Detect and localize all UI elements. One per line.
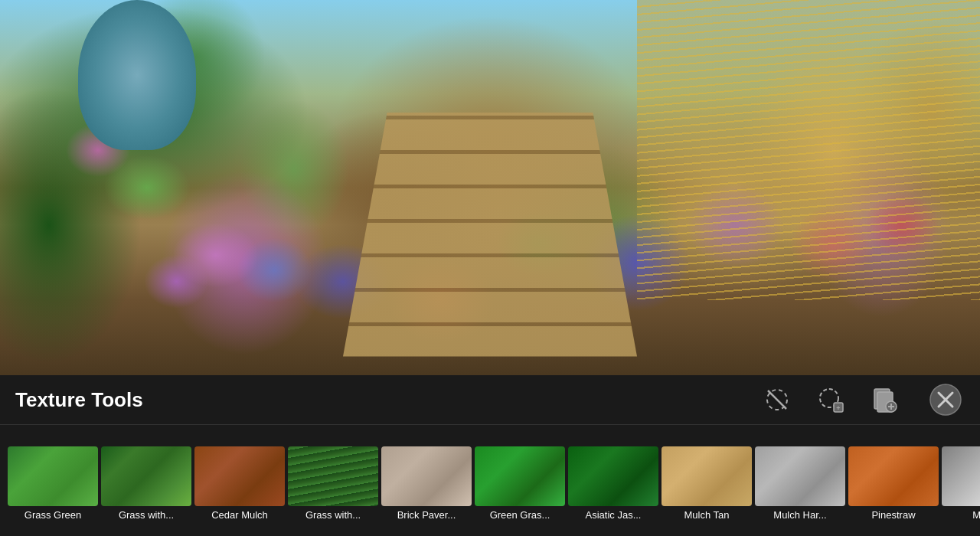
texture-item-multi-c[interactable]: Multi c <box>942 446 980 521</box>
region-select-button[interactable]: + <box>812 381 850 419</box>
texture-label-pinestraw: Pinestraw <box>848 509 939 521</box>
close-button[interactable] <box>926 381 965 419</box>
texture-item-mulch-har[interactable]: Mulch Har... <box>755 446 845 521</box>
texture-label-multi-c: Multi c <box>942 509 980 521</box>
texture-label-cedar-mulch: Cedar Mulch <box>194 509 285 521</box>
texture-thumb-mulch-har <box>755 446 845 506</box>
texture-thumb-grass-green <box>8 446 98 506</box>
texture-item-green-grass[interactable]: Green Gras... <box>475 446 565 521</box>
texture-thumb-grass-with-2 <box>288 446 378 506</box>
texture-grid: Grass GreenGrass with...Cedar MulchGrass… <box>0 425 980 536</box>
texture-item-mulch-tan[interactable]: Mulch Tan <box>662 446 752 521</box>
texture-label-grass-with-1: Grass with... <box>101 509 191 521</box>
add-texture-icon <box>871 386 898 413</box>
texture-item-asiatic-jas[interactable]: Asiatic Jas... <box>568 446 658 521</box>
svg-line-1 <box>768 391 786 409</box>
texture-label-mulch-har: Mulch Har... <box>755 509 845 521</box>
toolbar-icons: + <box>758 381 903 419</box>
add-texture-button[interactable] <box>865 381 903 419</box>
close-icon <box>929 383 962 417</box>
texture-label-green-grass: Green Gras... <box>475 509 565 521</box>
texture-thumb-brick-paver <box>381 446 472 506</box>
texture-toolbar: Texture Tools + <box>0 375 980 536</box>
texture-label-mulch-tan: Mulch Tan <box>662 509 752 521</box>
texture-label-grass-with-2: Grass with... <box>288 509 378 521</box>
lasso-off-icon <box>763 386 791 413</box>
toolbar-header: Texture Tools + <box>0 375 980 425</box>
texture-item-grass-green[interactable]: Grass Green <box>8 446 98 521</box>
garden-background <box>0 0 980 375</box>
texture-item-cedar-mulch[interactable]: Cedar Mulch <box>194 446 285 521</box>
texture-label-asiatic-jas: Asiatic Jas... <box>568 509 658 521</box>
texture-thumb-mulch-tan <box>662 446 752 506</box>
texture-label-grass-green: Grass Green <box>8 509 98 521</box>
texture-thumb-grass-with-1 <box>101 446 191 506</box>
texture-thumb-green-grass <box>475 446 565 506</box>
texture-label-brick-paver: Brick Paver... <box>381 509 472 521</box>
texture-item-pinestraw[interactable]: Pinestraw <box>848 446 939 521</box>
texture-item-grass-with-1[interactable]: Grass with... <box>101 446 191 521</box>
texture-thumb-multi-c <box>942 446 980 506</box>
texture-thumb-pinestraw <box>848 446 939 506</box>
texture-thumb-asiatic-jas <box>568 446 658 506</box>
toolbar-title: Texture Tools <box>15 388 143 412</box>
region-select-icon: + <box>817 386 844 413</box>
svg-text:+: + <box>836 404 840 412</box>
lasso-off-button[interactable] <box>758 381 796 419</box>
texture-thumb-cedar-mulch <box>194 446 285 506</box>
texture-item-grass-with-2[interactable]: Grass with... <box>288 446 378 521</box>
main-view: Texture Tools + <box>0 0 980 536</box>
texture-item-brick-paver[interactable]: Brick Paver... <box>381 446 472 521</box>
